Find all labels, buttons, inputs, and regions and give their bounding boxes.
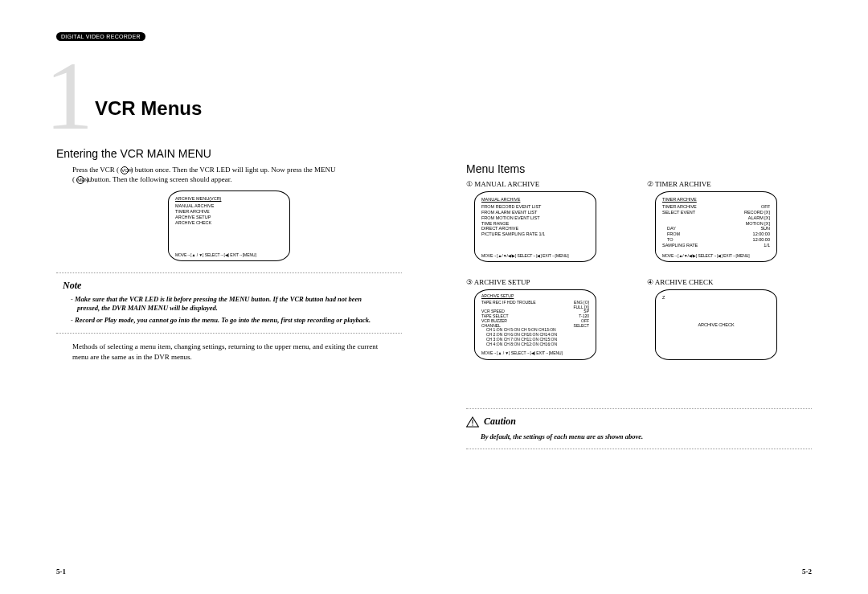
screen-row: DAYSUN (662, 226, 770, 231)
menu-label: ① MANUAL ARCHIVE (466, 180, 631, 188)
header-pill: DIGITAL VIDEO RECORDER (56, 32, 145, 41)
page-number-right: 5-2 (802, 567, 812, 576)
chapter-title: VCR Menus (95, 97, 402, 120)
archive-setup-screen: ARCHIVE SETUP TAPE REC IF HDD TROUBLEENG… (474, 289, 596, 360)
screen-footer: MOVE→[▲/▼/◀/▶] SELECT→[◀] EXIT→[MENU] (662, 253, 770, 258)
screen-title: ARCHIVE SETUP (481, 294, 589, 299)
screen-line: DIRECT ARCHIVE (481, 226, 589, 231)
center-label: ARCHIVE CHECK (656, 322, 776, 328)
menu-number: ③ (466, 278, 473, 286)
caution-text: By default, the settings of each menu ar… (481, 432, 812, 440)
left-page: DIGITAL VIDEO RECORDER 1 VCR Menus Enter… (24, 24, 434, 579)
screen-item: ARCHIVE SETUP (175, 215, 283, 220)
menu-button-icon: MENU (76, 176, 84, 184)
screen-item: TIMER ARCHIVE (175, 209, 283, 215)
menu-number: ① (466, 180, 473, 188)
archive-check-screen: Z ARCHIVE CHECK (655, 289, 777, 360)
screen-item: ARCHIVE CHECK (175, 220, 283, 226)
note-item: Make sure that the VCR LED is lit before… (77, 295, 386, 313)
intro-b: ) button once. Then the VCR LED will lig… (131, 166, 336, 174)
screen-footer: MOVE→[▲/▼/◀/▶] SELECT→[◀] EXIT→[MENU] (481, 253, 589, 258)
note-heading: Note (63, 280, 402, 292)
separator (466, 408, 812, 409)
screen-title: MANUAL ARCHIVE (481, 197, 589, 203)
svg-point-2 (472, 424, 473, 425)
menu-name: TIMER ARCHIVE (655, 180, 711, 188)
menu-item-manual-archive: ① MANUAL ARCHIVE MANUAL ARCHIVE FROM REC… (466, 180, 631, 262)
screen-footer: MOVE→[▲ / ▼] SELECT→[◀] EXIT→[MENU] (481, 351, 589, 356)
screen-row: FROM12:00:00 (662, 231, 770, 237)
intro-text: Press the VCR ( VCR ) button once. Then … (72, 165, 394, 184)
screen-line: FROM ALARM EVENT LIST (481, 210, 589, 215)
screen-footer: MOVE→[▲ / ▼] SELECT→[◀] EXIT→[MENU] (175, 252, 283, 257)
separator (466, 449, 812, 449)
menu-items-grid: ① MANUAL ARCHIVE MANUAL ARCHIVE FROM REC… (466, 180, 812, 360)
screen-item: MANUAL ARCHIVE (175, 203, 283, 209)
timer-archive-screen: TIMER ARCHIVE TIMER ARCHIVEOFF SELECT EV… (655, 191, 777, 262)
menu-name: MANUAL ARCHIVE (474, 180, 539, 188)
chapter-numeral: 1 (45, 48, 93, 145)
menu-item-archive-check: ④ ARCHIVE CHECK Z ARCHIVE CHECK (647, 278, 812, 360)
menu-number: ② (647, 180, 653, 188)
separator (56, 333, 402, 334)
note-item: Record or Play mode, you cannot go into … (77, 316, 386, 325)
archive-menu-screen: ARCHIVE MENU(VCR) MANUAL ARCHIVE TIMER A… (168, 190, 290, 261)
manual-archive-screen: MANUAL ARCHIVE FROM RECORD EVENT LIST FR… (474, 191, 596, 262)
caution-title: Caution (484, 416, 516, 428)
menu-label: ④ ARCHIVE CHECK (647, 278, 812, 286)
menu-name: ARCHIVE SETUP (474, 278, 530, 286)
screen-row: SAMPLING RATE1/1 (662, 243, 770, 248)
screen-row: TIMER ARCHIVEOFF (662, 204, 770, 210)
intro-c: ( (72, 175, 75, 183)
left-section-heading: Entering the VCR MAIN MENU (56, 147, 402, 160)
menu-name: ARCHIVE CHECK (655, 278, 714, 286)
right-page: Menu Items ① MANUAL ARCHIVE MANUAL ARCHI… (434, 24, 844, 579)
vcr-button-icon: VCR (121, 166, 129, 174)
caution-heading: Caution (466, 416, 812, 428)
screen-line: FROM MOTION EVENT LIST (481, 215, 589, 221)
intro-d: ) button. Then the following screen shou… (87, 175, 232, 183)
screen-row: TO12:00:00 (662, 237, 770, 243)
menu-label: ③ ARCHIVE SETUP (466, 278, 631, 286)
menu-label: ② TIMER ARCHIVE (647, 180, 812, 188)
separator (56, 272, 402, 273)
caution-block: Caution By default, the settings of each… (466, 408, 812, 449)
ch-line: CH 4:ON CH 8:ON CH12:ON CH16:ON (481, 342, 589, 347)
intro-a: Press the VCR ( (72, 166, 119, 174)
menu-item-timer-archive: ② TIMER ARCHIVE TIMER ARCHIVE TIMER ARCH… (647, 180, 812, 262)
screen-title: ARCHIVE MENU(VCR) (175, 196, 283, 202)
note-list: Make sure that the VCR LED is lit before… (77, 295, 386, 325)
menu-number: ④ (647, 278, 653, 286)
right-section-heading: Menu Items (466, 162, 812, 175)
menu-item-archive-setup: ③ ARCHIVE SETUP ARCHIVE SETUP TAPE REC I… (466, 278, 631, 360)
screen-row: ALARM [X] (662, 215, 770, 221)
screen-row: SELECT EVENTRECORD [X] (662, 210, 770, 215)
screen-line: PICTURE SAMPLING RATE 1/1 (481, 231, 589, 237)
screen-line: FROM RECORD EVENT LIST (481, 204, 589, 210)
screen-line: TIME RANGE (481, 221, 589, 227)
page-number-left: 5-1 (56, 567, 66, 576)
corner-z: Z (662, 295, 770, 301)
screen-row: MOTION [X] (662, 221, 770, 227)
warning-icon (466, 416, 479, 428)
methods-text: Methods of selecting a menu item, changi… (72, 342, 394, 361)
screen-title: TIMER ARCHIVE (662, 197, 770, 203)
